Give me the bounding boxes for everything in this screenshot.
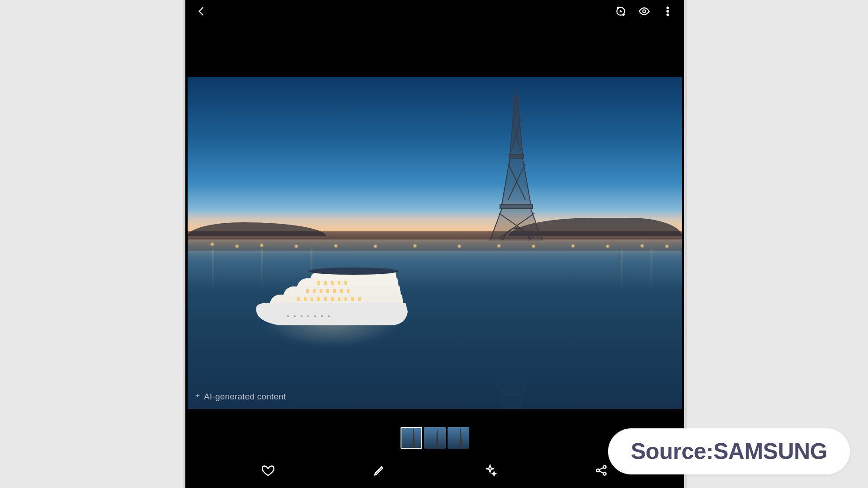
svg-point-40 (301, 315, 302, 317)
svg-point-39 (294, 315, 296, 317)
svg-rect-16 (297, 297, 300, 301)
svg-rect-29 (326, 289, 329, 293)
svg-rect-28 (320, 289, 322, 293)
svg-rect-36 (338, 281, 340, 285)
svg-rect-18 (311, 297, 313, 301)
svg-point-5 (667, 14, 668, 15)
pencil-icon (373, 464, 386, 477)
ship-icon (252, 253, 410, 334)
svg-rect-20 (324, 297, 327, 301)
svg-point-3 (667, 7, 668, 9)
chevron-left-icon (196, 5, 208, 17)
svg-rect-7 (509, 155, 524, 158)
svg-rect-37 (344, 281, 347, 285)
svg-point-15 (308, 267, 399, 275)
svg-point-42 (314, 315, 316, 317)
favorite-button[interactable] (258, 460, 278, 480)
svg-rect-32 (347, 289, 349, 293)
svg-rect-21 (331, 297, 334, 301)
svg-rect-31 (340, 289, 343, 293)
eye-icon (638, 5, 650, 17)
thumbnail[interactable] (424, 427, 446, 449)
edit-button[interactable] (369, 460, 389, 480)
svg-point-41 (307, 315, 309, 317)
svg-rect-24 (351, 297, 354, 301)
eiffel-tower-reflection (491, 368, 532, 409)
eiffel-tower-icon (489, 87, 543, 240)
svg-line-49 (599, 471, 604, 473)
svg-rect-19 (317, 297, 320, 301)
svg-point-38 (287, 315, 289, 317)
svg-point-4 (667, 10, 668, 12)
top-toolbar (185, 0, 684, 23)
more-button[interactable] (658, 1, 678, 21)
svg-point-2 (643, 10, 646, 13)
ai-watermark-label: AI-generated content (204, 392, 286, 402)
svg-rect-30 (333, 289, 336, 293)
sparkles-icon (483, 464, 497, 477)
svg-point-44 (328, 315, 330, 317)
svg-rect-22 (338, 297, 340, 301)
svg-rect-17 (304, 297, 307, 301)
ai-tools-button[interactable] (480, 460, 500, 480)
share-icon (594, 464, 608, 477)
svg-rect-33 (317, 281, 320, 285)
remaster-button[interactable] (611, 1, 631, 21)
svg-rect-26 (306, 289, 309, 293)
svg-rect-35 (331, 281, 334, 285)
svg-rect-25 (358, 297, 361, 301)
source-badge: Source:SAMSUNG (608, 428, 850, 474)
svg-rect-8 (500, 204, 533, 209)
svg-marker-1 (620, 10, 622, 13)
sparkle-icon (194, 393, 201, 400)
svg-rect-27 (313, 289, 316, 293)
ai-watermark: AI-generated content (194, 392, 286, 402)
thumbnail[interactable] (448, 427, 469, 449)
svg-point-43 (321, 315, 323, 317)
visibility-button[interactable] (634, 1, 654, 21)
thumbnail[interactable] (401, 427, 422, 449)
svg-line-48 (599, 468, 604, 470)
back-button[interactable] (192, 1, 212, 21)
phone-frame: AI-generated content (183, 0, 687, 488)
svg-rect-23 (344, 297, 347, 301)
svg-rect-34 (324, 281, 327, 285)
main-image[interactable]: AI-generated content (188, 77, 682, 409)
share-button[interactable] (591, 460, 611, 480)
more-vertical-icon (662, 5, 674, 17)
heart-icon (261, 464, 275, 477)
remaster-icon (615, 5, 627, 17)
